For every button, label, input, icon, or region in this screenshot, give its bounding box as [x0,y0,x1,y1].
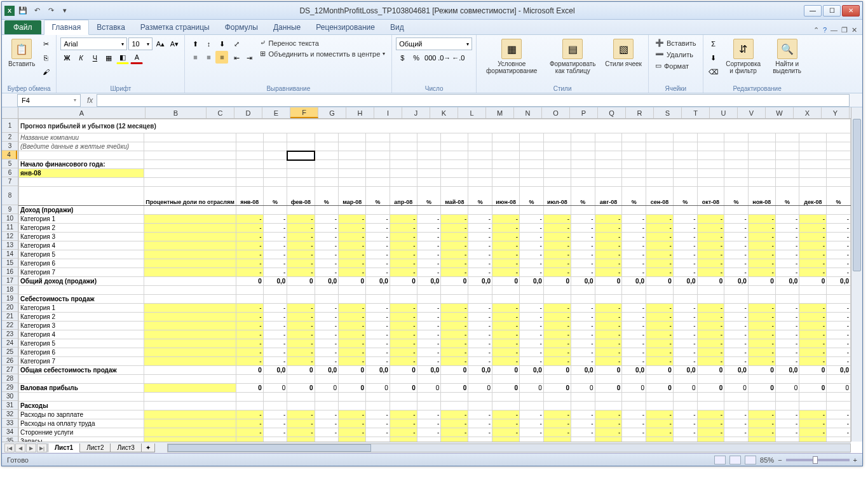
delete-cells-button[interactable]: ➖Удалить [653,49,696,60]
active-cell[interactable] [287,151,315,160]
ribbon-tab-6[interactable]: Вид [383,20,412,34]
expense-cell[interactable]: Запасы [19,437,144,442]
category-cell[interactable]: Категория 4 [19,241,144,250]
autosum-icon[interactable]: Σ [707,37,720,50]
workbook-close-icon[interactable]: ✕ [851,26,857,34]
sort-filter-button[interactable]: ⇵Сортировка и фильтр [722,37,765,76]
row-header-12[interactable]: 12 [2,232,18,241]
fx-icon[interactable]: fx [83,96,97,105]
row-header-13[interactable]: 13 [2,241,18,250]
row-header-18[interactable]: 18 [2,285,18,294]
row-header-21[interactable]: 21 [2,312,18,321]
row-header-8[interactable]: 8 [2,186,18,205]
ribbon-tab-1[interactable]: Вставка [89,20,133,34]
row-header-3[interactable]: 3 [2,142,18,151]
close-button[interactable]: ✕ [842,5,860,17]
col-header-K[interactable]: K [430,107,458,118]
expense-cell[interactable]: Сторонние услуги [19,428,144,437]
bold-button[interactable]: Ж [60,51,73,64]
col-header-M[interactable]: M [486,107,514,118]
fill-color-button[interactable]: ◧ [116,51,129,64]
col-header-X[interactable]: X [794,107,822,118]
name-box[interactable]: F4▾ [17,94,81,107]
align-right-icon[interactable]: ≡ [215,51,228,64]
ribbon-tab-0[interactable]: Главная [44,20,90,35]
row-header-34[interactable]: 34 [2,428,18,437]
row-header-30[interactable]: 30 [2,392,18,401]
decrease-indent-icon[interactable]: ⇤ [230,51,243,64]
ribbon-tab-3[interactable]: Формулы [217,20,266,34]
orientation-icon[interactable]: ⤢ [230,37,243,50]
sheet-tab-Лист3[interactable]: Лист3 [110,444,141,452]
zoom-out-button[interactable]: − [778,456,782,464]
qat-more-icon[interactable]: ▾ [59,5,71,17]
maximize-button[interactable]: ☐ [823,5,841,17]
col-header-P[interactable]: P [570,107,598,118]
col-header-W[interactable]: W [766,107,794,118]
category-cell[interactable]: Категория 3 [19,322,144,330]
new-sheet-tab[interactable]: ✦ [141,444,155,452]
row-header-4[interactable]: 4 [2,151,17,159]
normal-view-button[interactable] [714,456,726,464]
expense-cell[interactable]: Расходы по зарплате [19,410,144,419]
ribbon-tab-2[interactable]: Разметка страницы [133,20,217,34]
row-header-22[interactable]: 22 [2,321,18,330]
conditional-format-button[interactable]: ▦Условное форматирование [480,37,543,76]
row-header-16[interactable]: 16 [2,268,18,276]
workbook-minimize-icon[interactable]: — [831,26,837,34]
align-middle-icon[interactable]: ↕ [202,37,215,50]
category-cell[interactable]: Категория 2 [19,313,144,322]
col-header-U[interactable]: U [710,107,738,118]
cut-icon[interactable]: ✂ [39,37,52,50]
number-format-combo[interactable]: Общий▾ [396,37,472,50]
page-break-view-button[interactable] [745,456,756,464]
col-header-O[interactable]: O [542,107,570,118]
row-header-26[interactable]: 26 [2,356,18,365]
find-select-button[interactable]: 🔍Найти и выделить [767,37,808,76]
col-header-I[interactable]: I [374,107,402,118]
qat-undo-icon[interactable]: ↶ [31,5,43,17]
col-header-Z[interactable]: Z [850,107,851,118]
row-header-35[interactable]: 35 [2,437,18,442]
row-header-11[interactable]: 11 [2,223,18,232]
category-cell[interactable]: Категория 1 [19,304,144,313]
col-header-B[interactable]: B [146,107,207,118]
tab-first-icon[interactable]: |◀ [4,444,15,452]
qat-save-icon[interactable]: 💾 [17,5,29,17]
underline-button[interactable]: Ч [88,51,101,64]
row-header-7[interactable]: 7 [2,177,18,186]
category-cell[interactable]: Категория 5 [19,250,144,259]
row-header-10[interactable]: 10 [2,214,18,223]
col-header-H[interactable]: H [346,107,374,118]
help-icon[interactable]: ? [823,26,827,34]
row-header-33[interactable]: 33 [2,419,18,428]
font-size-combo[interactable]: 10▾ [128,37,153,50]
category-cell[interactable]: Категория 2 [19,224,144,233]
row-header-29[interactable]: 29 [2,383,18,392]
row-header-15[interactable]: 15 [2,259,18,268]
format-table-button[interactable]: ▤Форматировать как таблицу [545,37,600,76]
col-header-Y[interactable]: Y [822,107,850,118]
col-header-E[interactable]: E [262,107,290,118]
workbook-restore-icon[interactable]: ❐ [841,26,848,34]
row-header-19[interactable]: 19 [2,294,18,303]
company-name-cell[interactable]: Название компании [19,133,144,142]
shrink-font-icon[interactable]: A▾ [168,37,180,50]
align-bottom-icon[interactable]: ⬇ [215,37,228,50]
percent-icon[interactable]: % [410,51,423,64]
insert-cells-button[interactable]: ➕Вставить [653,37,699,48]
row-header-5[interactable]: 5 [2,159,18,168]
col-header-S[interactable]: S [654,107,682,118]
row-header-32[interactable]: 32 [2,410,18,419]
minimize-button[interactable]: — [804,5,822,17]
cell-styles-button[interactable]: ▧Стили ячеек [602,37,644,69]
row-header-9[interactable]: 9 [2,205,18,214]
ribbon-tab-4[interactable]: Данные [266,20,308,34]
row-header-25[interactable]: 25 [2,348,18,356]
col-header-A[interactable]: A [18,107,146,118]
col-header-D[interactable]: D [234,107,262,118]
page-layout-view-button[interactable] [729,456,741,464]
row-header-27[interactable]: 27 [2,365,18,374]
hscroll-thumb[interactable] [168,444,371,452]
tab-last-icon[interactable]: ▶| [37,444,47,452]
